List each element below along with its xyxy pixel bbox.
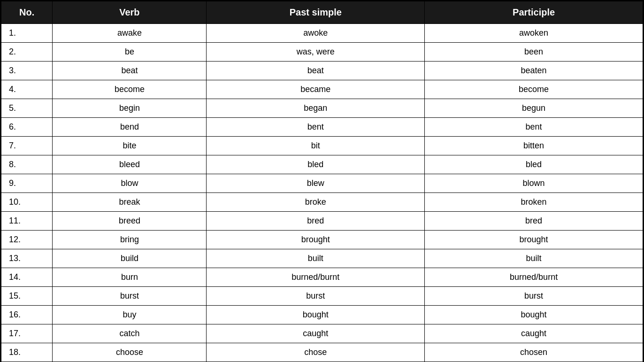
cell-participle: bred (425, 212, 643, 231)
cell-past-simple: blew (207, 174, 425, 193)
cell-participle: blown (425, 174, 643, 193)
header-participle: Participle (425, 1, 643, 24)
cell-past-simple: built (207, 249, 425, 268)
table-row: 15.burstburstburst (1, 287, 643, 306)
cell-participle: begun (425, 99, 643, 118)
table-row: 16.buyboughtbought (1, 306, 643, 324)
cell-past-simple: bit (207, 137, 425, 155)
cell-no: 6. (1, 118, 53, 137)
cell-verb: buy (53, 306, 207, 324)
header-verb: Verb (53, 1, 207, 24)
table-row: 10.breakbrokebroken (1, 193, 643, 212)
cell-past-simple: was, were (207, 43, 425, 62)
cell-participle: burst (425, 287, 643, 306)
cell-no: 8. (1, 155, 53, 174)
cell-no: 3. (1, 62, 53, 80)
table-row: 14.burnburned/burntburned/burnt (1, 268, 643, 287)
cell-no: 7. (1, 137, 53, 155)
cell-no: 9. (1, 174, 53, 193)
cell-past-simple: burned/burnt (207, 268, 425, 287)
cell-past-simple: bred (207, 212, 425, 231)
cell-participle: bled (425, 155, 643, 174)
table-row: 11.breedbredbred (1, 212, 643, 231)
table-row: 7.bitebitbitten (1, 137, 643, 155)
cell-past-simple: burst (207, 287, 425, 306)
cell-no: 5. (1, 99, 53, 118)
cell-no: 4. (1, 80, 53, 99)
cell-verb: choose (53, 343, 207, 362)
cell-past-simple: became (207, 80, 425, 99)
cell-verb: awake (53, 24, 207, 43)
table-row: 5.beginbeganbegun (1, 99, 643, 118)
cell-verb: catch (53, 324, 207, 343)
cell-past-simple: caught (207, 324, 425, 343)
cell-verb: bleed (53, 155, 207, 174)
table-row: 13.buildbuiltbuilt (1, 249, 643, 268)
cell-participle: been (425, 43, 643, 62)
table-row: 8.bleedbledbled (1, 155, 643, 174)
cell-participle: built (425, 249, 643, 268)
irregular-verbs-table: No. Verb Past simple Participle 1.awakea… (0, 0, 644, 362)
cell-verb: be (53, 43, 207, 62)
table-row: 3.beatbeatbeaten (1, 62, 643, 80)
table-row: 1.awakeawokeawoken (1, 24, 643, 43)
table-row: 17.catchcaughtcaught (1, 324, 643, 343)
cell-participle: bent (425, 118, 643, 137)
cell-past-simple: began (207, 99, 425, 118)
cell-no: 14. (1, 268, 53, 287)
cell-past-simple: bled (207, 155, 425, 174)
cell-no: 2. (1, 43, 53, 62)
cell-no: 18. (1, 343, 53, 362)
cell-participle: broken (425, 193, 643, 212)
cell-no: 15. (1, 287, 53, 306)
cell-past-simple: awoke (207, 24, 425, 43)
cell-verb: become (53, 80, 207, 99)
cell-past-simple: chose (207, 343, 425, 362)
cell-verb: bring (53, 231, 207, 249)
cell-past-simple: brought (207, 231, 425, 249)
cell-verb: blow (53, 174, 207, 193)
table-row: 2.bewas, werebeen (1, 43, 643, 62)
cell-past-simple: broke (207, 193, 425, 212)
cell-verb: beat (53, 62, 207, 80)
cell-participle: awoken (425, 24, 643, 43)
table-row: 9.blowblewblown (1, 174, 643, 193)
cell-verb: build (53, 249, 207, 268)
cell-verb: burn (53, 268, 207, 287)
cell-past-simple: bought (207, 306, 425, 324)
cell-verb: bite (53, 137, 207, 155)
cell-past-simple: bent (207, 118, 425, 137)
cell-no: 10. (1, 193, 53, 212)
cell-participle: bitten (425, 137, 643, 155)
cell-no: 13. (1, 249, 53, 268)
cell-participle: caught (425, 324, 643, 343)
cell-no: 17. (1, 324, 53, 343)
cell-verb: begin (53, 99, 207, 118)
cell-no: 11. (1, 212, 53, 231)
table-header-row: No. Verb Past simple Participle (1, 1, 643, 24)
cell-verb: bend (53, 118, 207, 137)
cell-no: 1. (1, 24, 53, 43)
cell-participle: become (425, 80, 643, 99)
header-past-simple: Past simple (207, 1, 425, 24)
cell-participle: brought (425, 231, 643, 249)
cell-participle: beaten (425, 62, 643, 80)
cell-participle: chosen (425, 343, 643, 362)
table-row: 12.bringbroughtbrought (1, 231, 643, 249)
table-row: 6.bendbentbent (1, 118, 643, 137)
table-row: 4.becomebecamebecome (1, 80, 643, 99)
cell-verb: break (53, 193, 207, 212)
cell-participle: bought (425, 306, 643, 324)
header-no: No. (1, 1, 53, 24)
cell-verb: breed (53, 212, 207, 231)
cell-no: 12. (1, 231, 53, 249)
cell-past-simple: beat (207, 62, 425, 80)
table-row: 18.choosechosechosen (1, 343, 643, 362)
cell-participle: burned/burnt (425, 268, 643, 287)
cell-no: 16. (1, 306, 53, 324)
cell-verb: burst (53, 287, 207, 306)
